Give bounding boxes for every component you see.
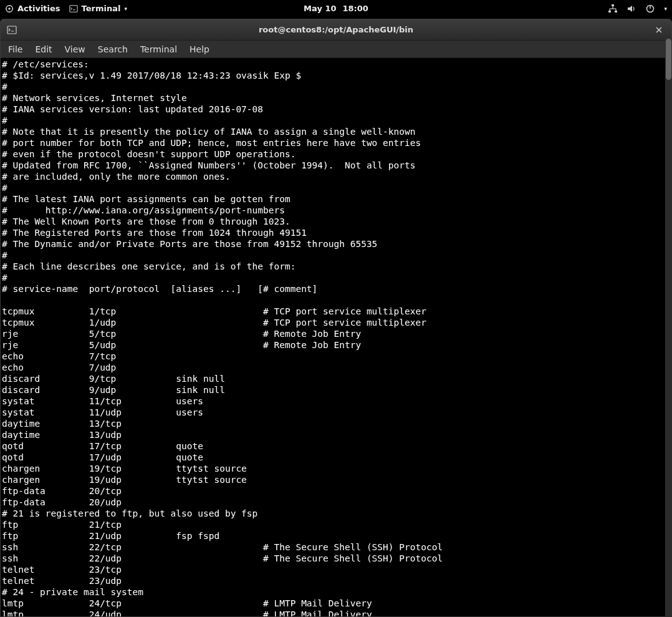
terminal-window: root@centos8:/opt/ApacheGUI/bin File Edi… [0, 19, 672, 617]
top-panel: Activities Terminal ▾ May 10 18:00 [0, 0, 672, 17]
activities-label: Activities [17, 4, 60, 13]
scrollbar-thumb[interactable] [666, 39, 671, 80]
menubar: File Edit View Search Terminal Help [1, 41, 671, 58]
svg-point-1 [8, 7, 11, 10]
terminal-icon [69, 4, 78, 13]
chevron-down-icon[interactable]: ▾ [664, 6, 667, 12]
window-title: root@centos8:/opt/ApacheGUI/bin [259, 25, 413, 34]
system-tray: ▾ [608, 4, 667, 14]
date-label: May 10 [304, 4, 336, 13]
svg-rect-6 [69, 5, 77, 12]
menu-file[interactable]: File [2, 42, 29, 56]
volume-icon[interactable] [626, 4, 636, 14]
app-menu-button[interactable]: Terminal ▾ [69, 4, 127, 13]
network-icon[interactable] [608, 4, 618, 14]
menu-help[interactable]: Help [183, 42, 216, 56]
app-menu-label: Terminal [82, 4, 121, 13]
svg-rect-8 [612, 4, 614, 6]
close-icon [656, 27, 662, 33]
menu-terminal[interactable]: Terminal [134, 42, 183, 56]
menu-search[interactable]: Search [92, 42, 134, 56]
time-label: 18:00 [343, 4, 368, 13]
scrollbar[interactable] [665, 39, 672, 617]
svg-rect-10 [615, 11, 617, 12]
menu-view[interactable]: View [59, 42, 92, 56]
chevron-down-icon: ▾ [124, 6, 127, 12]
window-titlebar[interactable]: root@centos8:/opt/ApacheGUI/bin [1, 19, 671, 41]
terminal-output[interactable]: # /etc/services: # $Id: services,v 1.49 … [1, 58, 671, 616]
close-button[interactable] [653, 24, 665, 36]
top-panel-left: Activities Terminal ▾ [5, 4, 127, 13]
activities-button[interactable]: Activities [5, 4, 60, 13]
svg-rect-9 [608, 11, 611, 12]
activities-icon [5, 4, 14, 13]
clock[interactable]: May 10 18:00 [304, 4, 368, 13]
terminal-icon [7, 25, 17, 35]
power-icon[interactable] [645, 4, 655, 14]
svg-rect-17 [7, 26, 16, 34]
menu-edit[interactable]: Edit [29, 42, 58, 56]
